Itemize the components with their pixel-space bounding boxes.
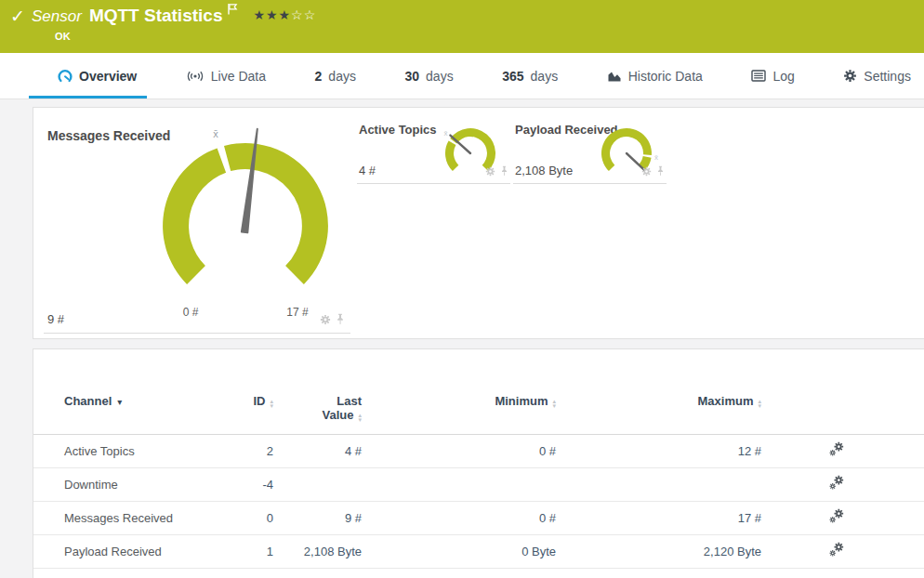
table-row[interactable]: Messages Received 0 9 # 0 # 17 # (33, 502, 924, 535)
gauge-value: 4 # (359, 164, 376, 177)
maximum-value: 17 # (556, 511, 761, 525)
stars-empty: ☆☆ (291, 7, 316, 22)
minimum-value: 0 # (362, 511, 556, 525)
average-marker-label: x̄ (654, 153, 658, 162)
tab-live-data-label: Live Data (211, 69, 266, 84)
channel-settings-gears-icon[interactable] (828, 508, 844, 524)
channel-id: 0 (241, 511, 273, 525)
average-marker-label: x̄ (213, 128, 218, 139)
maximum-value: 12 # (556, 444, 761, 458)
tab-30-days-label: days (426, 69, 454, 84)
tab-2-days[interactable]: 2 days (315, 53, 356, 99)
tab-2-days-label: days (328, 69, 356, 84)
gauge-title: Active Topics (359, 123, 437, 137)
sort-toggle-icon: ▴▾ (358, 413, 362, 422)
tab-365-days-number: 365 (502, 69, 523, 84)
channel-name[interactable]: Active Topics (64, 444, 241, 458)
sort-desc-caret-icon: ▾ (117, 397, 122, 407)
last-value: 2,108 Byte (273, 545, 362, 558)
channel-gear-icon[interactable] (641, 166, 652, 177)
channel-name[interactable]: Payload Received (64, 545, 241, 558)
tab-30-days-number: 30 (404, 69, 419, 84)
broadcast-icon (186, 70, 205, 83)
tab-365-days-label: days (531, 69, 559, 84)
channel-settings-gears-icon[interactable] (828, 475, 844, 491)
tab-historic-data-label: Historic Data (628, 69, 703, 84)
pin-icon[interactable] (500, 165, 508, 177)
column-header-id[interactable]: ID▴▾ (241, 394, 273, 408)
messages-received-gauge: x̄ (143, 122, 348, 326)
tab-overview[interactable]: Overview (58, 53, 137, 99)
minimum-value: 0 Byte (362, 545, 556, 558)
table-header-row: Channel▾ ID▴▾ LastValue▴▾ Minimum▴▾ Maxi… (33, 394, 924, 435)
last-value: 4 # (273, 444, 362, 458)
gauge-scale-max: 17 # (277, 306, 318, 319)
tab-overview-label: Overview (79, 69, 137, 84)
gear-icon (843, 69, 857, 83)
tab-live-data[interactable]: Live Data (186, 53, 266, 99)
gauge-icon (58, 69, 73, 84)
sensor-status-header: ✓ Sensor MQTT Statistics ★★★☆☆ OK (0, 0, 924, 53)
tab-2-days-number: 2 (315, 69, 323, 84)
gauge-value: 9 # (47, 312, 64, 326)
page-title: MQTT Statistics (89, 6, 223, 26)
gauge-tile-active-topics: Active Topics x̄ 4 # (357, 121, 510, 184)
column-header-minimum[interactable]: Minimum▴▾ (362, 394, 556, 408)
gauge-tile-messages-received: Messages Received x̄ 0 # 17 # 9 # (44, 117, 350, 334)
gauge-value: 2,108 Byte (515, 164, 573, 177)
channel-id: 1 (241, 545, 273, 558)
column-header-channel[interactable]: Channel▾ (64, 394, 241, 408)
table-row[interactable]: Active Topics 2 4 # 0 # 12 # (33, 435, 924, 468)
object-kind-label: Sensor (32, 7, 82, 26)
tab-log-label: Log (772, 69, 794, 84)
pin-icon[interactable] (336, 313, 345, 325)
channel-id: -4 (241, 478, 273, 492)
tab-365-days[interactable]: 365 days (502, 53, 558, 99)
tab-historic-data[interactable]: Historic Data (607, 53, 703, 99)
flag-icon[interactable] (227, 2, 238, 19)
tab-settings[interactable]: Settings (843, 53, 911, 99)
priority-stars[interactable]: ★★★☆☆ (253, 7, 316, 22)
channel-gear-icon[interactable] (320, 314, 331, 325)
tab-bar: Overview Live Data 2 days 30 days 365 da… (0, 53, 924, 99)
column-header-maximum[interactable]: Maximum▴▾ (556, 394, 761, 408)
channel-settings-gears-icon[interactable] (828, 542, 844, 558)
channel-id: 2 (241, 444, 273, 458)
status-ok-check-icon: ✓ (10, 6, 25, 27)
sort-toggle-icon: ▴▾ (758, 399, 761, 408)
table-row[interactable]: Payload Received 1 2,108 Byte 0 Byte 2,1… (33, 535, 924, 569)
gauge-scale-min: 0 # (170, 306, 211, 319)
gauges-panel: Messages Received x̄ 0 # 17 # 9 # Active… (33, 107, 924, 339)
channel-settings-gears-icon[interactable] (828, 441, 844, 457)
minimum-value: 0 # (362, 444, 556, 458)
status-badge: OK (55, 31, 71, 42)
stars-filled: ★★★ (253, 7, 291, 22)
channel-name[interactable]: Messages Received (64, 511, 241, 525)
column-header-last-value[interactable]: LastValue▴▾ (273, 394, 362, 422)
channel-name[interactable]: Downtime (64, 478, 241, 492)
average-marker-label: x̄ (444, 129, 448, 138)
channel-gear-icon[interactable] (485, 166, 495, 177)
area-chart-icon (607, 70, 622, 83)
last-value: 9 # (273, 511, 362, 525)
pin-icon[interactable] (656, 165, 665, 177)
maximum-value: 2,120 Byte (556, 545, 761, 558)
tab-30-days[interactable]: 30 days (404, 53, 453, 99)
log-list-icon (751, 70, 766, 82)
tab-log[interactable]: Log (751, 53, 794, 99)
table-row[interactable]: Downtime -4 (33, 468, 924, 502)
tab-settings-label: Settings (864, 69, 911, 84)
channel-table-panel: Channel▾ ID▴▾ LastValue▴▾ Minimum▴▾ Maxi… (33, 348, 924, 578)
gauge-tile-payload-received: Payload Received x̄ 2,108 Byte (513, 121, 667, 184)
